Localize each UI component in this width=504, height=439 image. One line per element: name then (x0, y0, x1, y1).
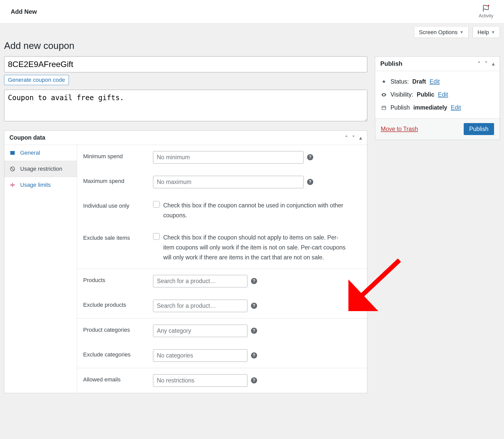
sliders-icon (9, 182, 16, 188)
move-to-trash-link[interactable]: Move to Trash (381, 126, 418, 132)
chevron-down-icon: ▼ (460, 30, 464, 35)
minimum-spend-label: Minimum spend (83, 151, 147, 160)
screen-options-button[interactable]: Screen Options▼ (414, 27, 468, 38)
visibility-value: Public (417, 91, 434, 98)
coupon-data-panel: Coupon data ˄ ˅ ▴ General (4, 130, 367, 393)
allowed-emails-label: Allowed emails (83, 374, 147, 383)
products-label: Products (83, 275, 147, 284)
publish-button[interactable]: Publish (464, 123, 494, 135)
help-icon[interactable]: ? (251, 278, 257, 284)
help-icon[interactable]: ? (251, 352, 257, 358)
publish-title: Publish (380, 60, 402, 67)
svg-line-3 (11, 167, 14, 170)
help-icon[interactable]: ? (307, 179, 313, 185)
individual-use-desc: Check this box if the coupon cannot be u… (163, 201, 347, 220)
allowed-emails-input[interactable] (153, 374, 247, 387)
tab-usage-limits[interactable]: Usage limits (4, 177, 77, 193)
status-value: Draft (412, 78, 426, 85)
exclude-sale-desc: Check this box if the coupon should not … (163, 233, 347, 262)
edit-status-link[interactable]: Edit (430, 78, 440, 85)
minimum-spend-input[interactable] (153, 151, 304, 164)
product-categories-label: Product categories (83, 325, 147, 333)
breadcrumb: Add New (11, 8, 37, 15)
move-down-icon[interactable]: ˅ (485, 61, 487, 67)
svg-point-1 (488, 5, 489, 6)
edit-visibility-link[interactable]: Edit (438, 91, 448, 98)
publish-panel: Publish ˄ ˅ ▴ Status: Draft Edit (375, 56, 500, 140)
help-icon[interactable]: ? (251, 303, 257, 309)
maximum-spend-label: Maximum spend (83, 176, 147, 184)
help-icon[interactable]: ? (307, 154, 313, 160)
page-title: Add new coupon (4, 38, 500, 56)
exclude-products-input[interactable] (153, 300, 247, 312)
status-label: Status: (390, 78, 409, 85)
move-down-icon[interactable]: ˅ (352, 135, 355, 141)
products-input[interactable] (153, 275, 247, 287)
ban-icon (9, 166, 16, 172)
exclude-categories-input[interactable] (153, 349, 247, 362)
visibility-label: Visibility: (390, 91, 413, 98)
ticket-icon (9, 150, 16, 156)
exclude-sale-label: Exclude sale items (83, 233, 147, 241)
activity-icon[interactable]: Activity (479, 5, 493, 19)
coupon-code-input[interactable] (4, 56, 367, 72)
collapse-icon[interactable]: ▴ (492, 61, 495, 67)
schedule-value: immediately (413, 104, 447, 111)
product-categories-input[interactable] (153, 325, 247, 337)
individual-use-checkbox[interactable] (153, 201, 160, 208)
schedule-label: Publish (390, 104, 410, 111)
exclude-sale-checkbox[interactable] (153, 233, 160, 240)
help-icon[interactable]: ? (251, 377, 257, 383)
collapse-icon[interactable]: ▴ (359, 135, 362, 141)
tab-usage-restriction[interactable]: Usage restriction (4, 161, 77, 177)
exclude-products-label: Exclude products (83, 300, 147, 308)
coupon-description-textarea[interactable]: Coupon to avail free gifts. (4, 90, 367, 121)
move-up-icon[interactable]: ˄ (345, 135, 348, 141)
edit-schedule-link[interactable]: Edit (451, 104, 461, 111)
chevron-down-icon: ▼ (491, 30, 495, 35)
tab-general[interactable]: General (4, 145, 77, 161)
help-icon[interactable]: ? (251, 328, 257, 334)
coupon-data-title: Coupon data (9, 134, 45, 141)
exclude-categories-label: Exclude categories (83, 349, 147, 358)
individual-use-label: Individual use only (83, 201, 147, 209)
pin-icon (381, 79, 387, 85)
generate-coupon-code-button[interactable]: Generate coupon code (4, 75, 69, 85)
svg-rect-8 (382, 106, 386, 110)
eye-icon (381, 92, 387, 98)
maximum-spend-input[interactable] (153, 176, 304, 188)
help-button[interactable]: Help▼ (473, 27, 500, 38)
move-up-icon[interactable]: ˄ (478, 61, 480, 67)
calendar-icon (381, 105, 387, 111)
